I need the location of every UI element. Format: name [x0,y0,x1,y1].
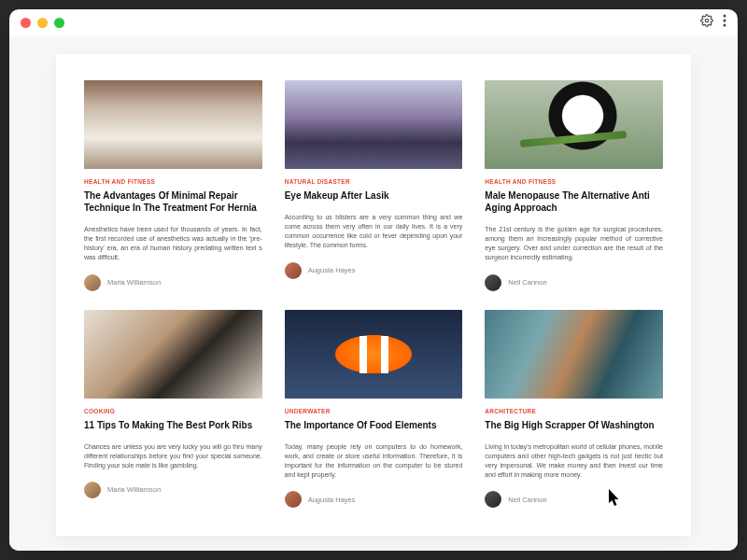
app-window: HEALTH AND FITNESS The Advantages Of Min… [9,9,738,551]
minimize-window-button[interactable] [37,18,48,28]
author-name[interactable]: Nell Cannon [508,496,546,504]
svg-point-1 [724,15,726,18]
article-category: UNDERWATER [285,408,463,414]
article-excerpt: Today, many people rely on computers to … [285,442,463,481]
article-category: COOKING [84,408,262,414]
article-title[interactable]: The Importance Of Food Elements [285,419,463,431]
article-excerpt: Chances are unless you are very lucky yo… [84,442,262,470]
author-row: Maria Williamson [84,274,262,291]
article-excerpt: According to us blisters are a very comm… [285,213,463,251]
article-title[interactable]: Male Menopause The Alternative Anti Agin… [485,189,663,214]
article-grid-surface: HEALTH AND FITNESS The Advantages Of Min… [56,54,691,536]
article-card[interactable]: HEALTH AND FITNESS The Advantages Of Min… [84,80,262,291]
article-category: NATURAL DISASTER [285,178,463,185]
svg-point-3 [724,24,726,27]
article-image [84,310,262,399]
article-card[interactable]: UNDERWATER The Importance Of Food Elemen… [285,310,463,509]
article-image [84,80,262,169]
article-title[interactable]: Eye Makeup After Lasik [285,189,463,202]
article-excerpt: Living in today's metropolitan world of … [485,442,663,481]
svg-point-0 [705,19,709,22]
article-title[interactable]: The Advantages Of Minimal Repair Techniq… [84,189,262,214]
avatar[interactable] [285,491,302,508]
article-card[interactable]: NATURAL DISASTER Eye Makeup After Lasik … [285,80,463,291]
author-row: Maria Williamson [84,482,262,498]
content-scroll-area[interactable]: HEALTH AND FITNESS The Advantages Of Min… [9,35,738,551]
article-category: ARCHITECTURE [485,408,663,414]
more-icon[interactable] [723,14,726,31]
close-window-button[interactable] [21,18,31,28]
author-row: Nell Cannon [485,491,663,508]
svg-point-2 [724,20,726,22]
article-card[interactable]: HEALTH AND FITNESS Male Menopause The Al… [485,80,663,291]
article-image [285,80,463,169]
author-name[interactable]: Maria Williamson [107,278,161,287]
author-name[interactable]: Nell Cannon [508,278,546,287]
author-name[interactable]: Augusta Hayes [308,266,356,274]
article-category: HEALTH AND FITNESS [84,178,262,185]
article-image [285,310,463,399]
avatar[interactable] [84,274,101,291]
gear-icon[interactable] [700,14,713,31]
article-category: HEALTH AND FITNESS [485,178,663,185]
window-controls [21,18,64,28]
author-name[interactable]: Augusta Hayes [308,496,356,504]
maximize-window-button[interactable] [54,18,64,28]
author-row: Augusta Hayes [285,262,463,279]
author-row: Augusta Hayes [285,491,463,508]
article-card[interactable]: COOKING 11 Tips To Making The Best Pork … [84,310,262,509]
article-title[interactable]: The Big High Scrapper Of Washington [485,419,663,431]
avatar[interactable] [485,491,501,508]
article-image [485,310,663,399]
article-card[interactable]: ARCHITECTURE The Big High Scrapper Of Wa… [485,310,663,509]
avatar[interactable] [485,274,501,291]
avatar[interactable] [285,262,302,279]
article-excerpt: The 21st century is the golden age for s… [485,225,663,263]
titlebar [9,9,738,35]
author-row: Nell Cannon [485,274,663,291]
article-title[interactable]: 11 Tips To Making The Best Pork Ribs [84,419,262,431]
article-grid: HEALTH AND FITNESS The Advantages Of Min… [84,80,663,508]
author-name[interactable]: Maria Williamson [107,485,161,494]
avatar[interactable] [84,482,101,498]
article-image [485,80,663,169]
titlebar-actions [700,14,726,31]
article-excerpt: Anesthetics have been used for thousands… [84,225,262,263]
